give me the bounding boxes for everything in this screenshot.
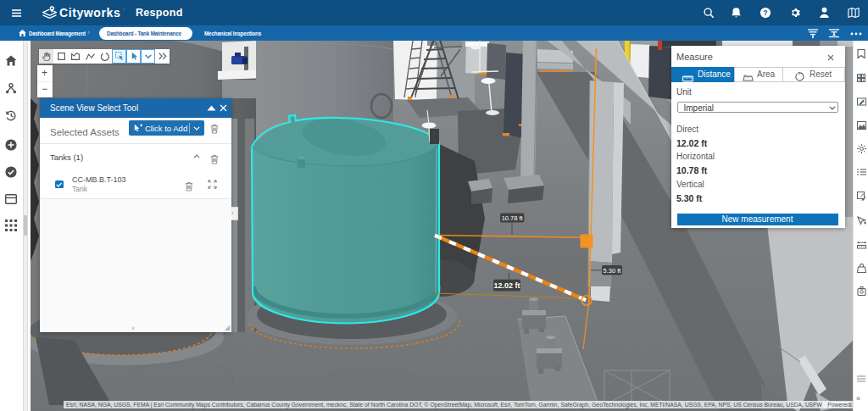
svg-text:10.78 ft: 10.78 ft [502, 214, 524, 222]
svg-text:?: ? [763, 8, 767, 17]
svg-text:5.30 ft: 5.30 ft [604, 267, 622, 275]
svg-text:12.02 ft: 12.02 ft [493, 281, 520, 290]
